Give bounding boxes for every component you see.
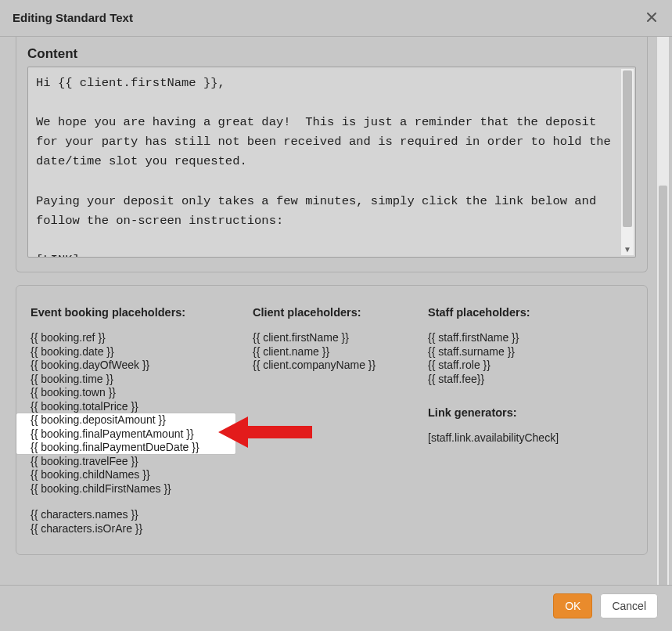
placeholder-item[interactable]: {{ characters.isOrAre }} (31, 522, 234, 536)
edit-standard-text-modal: Editing Standard Text Content Hi {{ clie… (0, 0, 672, 631)
placeholder-item[interactable]: {{ booking.town }} (31, 386, 234, 400)
placeholder-item[interactable]: {{ booking.date }} (31, 345, 234, 359)
placeholder-item[interactable]: {{ booking.childFirstNames }} (31, 482, 234, 496)
placeholder-item[interactable]: {{ booking.childNames }} (31, 468, 234, 482)
content-text: Hi {{ client.firstName }}, We hope you a… (36, 74, 616, 258)
modal-footer: OK Cancel (0, 585, 672, 631)
placeholder-item[interactable]: {{ characters.names }} (31, 508, 234, 522)
placeholder-item[interactable]: {{ booking.depositAmount }} (31, 413, 234, 427)
link-generators-list: [staff.link.availabilityCheck] (428, 431, 600, 445)
client-placeholders-column: Client placeholders: {{ client.firstName… (253, 306, 409, 535)
placeholder-item[interactable]: {{ staff.firstName }} (428, 331, 600, 345)
placeholder-item[interactable]: [staff.link.availabilityCheck] (428, 431, 600, 445)
placeholder-item[interactable]: {{ booking.finalPaymentDueDate }} (31, 441, 234, 455)
placeholder-item[interactable]: {{ client.companyName }} (253, 359, 409, 373)
staff-placeholders-heading: Staff placeholders: (428, 306, 600, 319)
modal-title: Editing Standard Text (13, 11, 133, 24)
event-placeholders-column: Event booking placeholders: {{ booking.r… (31, 306, 234, 535)
placeholder-item[interactable]: {{ booking.time }} (31, 373, 234, 387)
modal-header: Editing Standard Text (0, 0, 672, 37)
placeholder-item[interactable]: {{ staff.role }} (428, 359, 600, 373)
link-generators-heading: Link generators: (428, 406, 600, 419)
body-scrollbar[interactable] (657, 37, 669, 585)
placeholder-item[interactable]: {{ booking.finalPaymentAmount }} (31, 427, 234, 442)
textarea-scrollbar[interactable]: ▼ (621, 69, 634, 255)
cancel-button[interactable]: Cancel (600, 593, 658, 618)
placeholder-item[interactable]: {{ booking.dayOfWeek }} (31, 359, 234, 373)
event-placeholders-list: {{ booking.ref }} {{ booking.date }} {{ … (31, 331, 234, 535)
placeholder-item[interactable]: {{ client.name }} (253, 345, 409, 359)
placeholder-item[interactable]: {{ booking.ref }} (31, 331, 234, 345)
modal-body: Content Hi {{ client.firstName }}, We ho… (0, 37, 672, 585)
body-scrollbar-thumb[interactable] (659, 186, 667, 585)
content-textarea[interactable]: Hi {{ client.firstName }}, We hope you a… (27, 67, 636, 258)
placeholder-item[interactable]: {{ booking.totalPrice }} (31, 400, 234, 414)
placeholder-item[interactable]: {{ client.firstName }} (253, 331, 409, 345)
client-placeholders-heading: Client placeholders: (253, 306, 409, 319)
placeholders-panel: Event booking placeholders: {{ booking.r… (16, 285, 648, 555)
content-label: Content (27, 46, 636, 62)
chevron-down-icon[interactable]: ▼ (621, 243, 634, 255)
placeholder-item[interactable]: {{ booking.travelFee }} (31, 455, 234, 469)
content-panel: Content Hi {{ client.firstName }}, We ho… (16, 37, 648, 272)
staff-placeholders-list: {{ staff.firstName }} {{ staff.surname }… (428, 331, 600, 386)
client-placeholders-list: {{ client.firstName }} {{ client.name }}… (253, 331, 409, 373)
textarea-scrollbar-thumb[interactable] (623, 70, 632, 227)
ok-button[interactable]: OK (553, 593, 592, 618)
event-placeholders-heading: Event booking placeholders: (31, 306, 234, 319)
placeholder-item[interactable]: {{ staff.fee}} (428, 373, 600, 387)
close-icon[interactable] (644, 9, 659, 25)
staff-placeholders-column: Staff placeholders: {{ staff.firstName }… (428, 306, 600, 535)
placeholder-item[interactable]: {{ staff.surname }} (428, 345, 600, 359)
